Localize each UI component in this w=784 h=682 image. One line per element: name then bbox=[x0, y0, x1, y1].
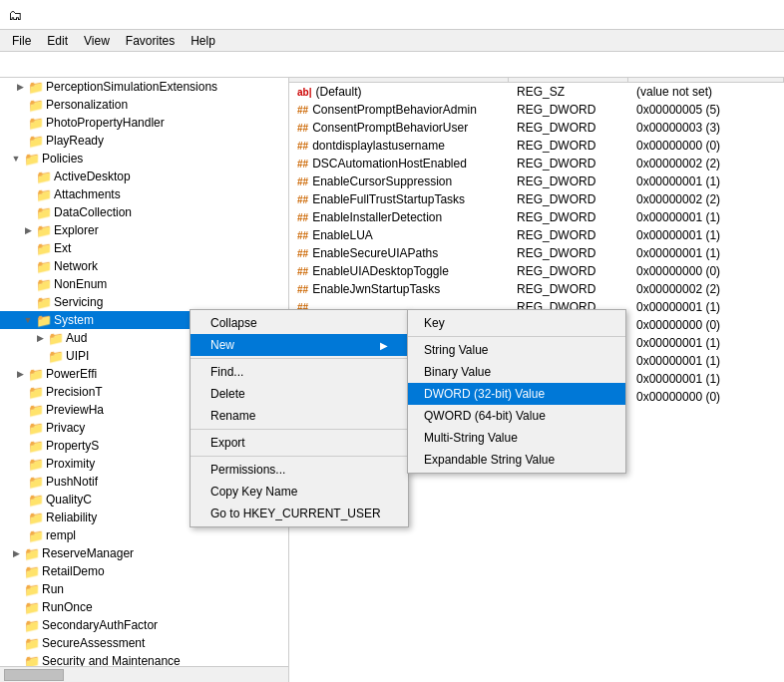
folder-icon: 📁 bbox=[28, 80, 44, 94]
sub-menu: KeyString ValueBinary ValueDWORD (32-bit… bbox=[407, 309, 626, 474]
tree-toggle[interactable]: ▶ bbox=[8, 548, 24, 558]
folder-icon: 📁 bbox=[28, 134, 44, 148]
sub-menu-item[interactable]: DWORD (32-bit) Value bbox=[408, 383, 625, 405]
context-menu-item[interactable]: Export bbox=[191, 432, 408, 454]
table-row[interactable]: ##EnableJwnStartupTasksREG_DWORD0x000000… bbox=[289, 280, 784, 298]
sub-menu-item[interactable]: Multi-String Value bbox=[408, 427, 625, 449]
tree-item[interactable]: 📁PhotoPropertyHandler bbox=[0, 114, 288, 132]
col-header-data[interactable] bbox=[628, 78, 784, 82]
registry-name: EnableUIADesktopToggle bbox=[312, 264, 449, 278]
tree-toggle[interactable]: ▶ bbox=[20, 225, 36, 235]
context-menu-item[interactable]: Copy Key Name bbox=[191, 481, 408, 503]
col-header-name[interactable] bbox=[289, 78, 509, 82]
tree-label: PowerEffi bbox=[46, 367, 97, 381]
menu-item-edit[interactable]: Edit bbox=[39, 32, 76, 50]
tree-item[interactable]: 📁DataCollection bbox=[0, 203, 288, 221]
menu-item-view[interactable]: View bbox=[76, 32, 118, 50]
folder-icon: 📁 bbox=[28, 511, 44, 524]
cell-data: 0x00000001 (1) bbox=[628, 372, 784, 386]
registry-name: ConsentPromptBehaviorUser bbox=[312, 121, 468, 135]
tree-label: PropertyS bbox=[46, 439, 99, 453]
menu-item-favorites[interactable]: Favorites bbox=[118, 32, 183, 50]
submenu-arrow-icon: ▶ bbox=[380, 340, 388, 351]
tree-item[interactable]: ▶📁ReserveManager bbox=[0, 544, 288, 562]
tree-label: Proximity bbox=[46, 457, 95, 471]
tree-toggle[interactable]: ▶ bbox=[12, 369, 28, 379]
cell-data: 0x00000002 (2) bbox=[628, 282, 784, 296]
cell-type: REG_SZ bbox=[509, 85, 628, 99]
cell-name: ##ConsentPromptBehaviorAdmin bbox=[289, 103, 509, 117]
cell-name: ##EnableLUA bbox=[289, 228, 509, 242]
sub-menu-item[interactable]: String Value bbox=[408, 339, 625, 361]
cell-name: ##EnableCursorSuppression bbox=[289, 174, 509, 188]
cell-type: REG_DWORD bbox=[509, 157, 628, 170]
table-row[interactable]: ##EnableSecureUIAPathsREG_DWORD0x0000000… bbox=[289, 244, 784, 262]
tree-toggle[interactable]: ▼ bbox=[8, 154, 24, 164]
sub-menu-item[interactable]: Binary Value bbox=[408, 361, 625, 383]
tree-item[interactable]: 📁Network bbox=[0, 257, 288, 275]
context-menu-item[interactable]: Rename bbox=[191, 405, 408, 427]
table-row[interactable]: ##EnableFullTrustStartupTasksREG_DWORD0x… bbox=[289, 190, 784, 208]
folder-icon: 📁 bbox=[28, 403, 44, 417]
cell-name: ##EnableFullTrustStartupTasks bbox=[289, 192, 509, 206]
tree-toggle[interactable]: ▼ bbox=[20, 315, 36, 325]
tree-item[interactable]: 📁NonEnum bbox=[0, 275, 288, 293]
tree-item[interactable]: 📁Personalization bbox=[0, 96, 288, 114]
tree-item[interactable]: 📁SecureAssessment bbox=[0, 634, 288, 652]
context-menu-item[interactable]: Find... bbox=[191, 361, 408, 383]
tree-label: Aud bbox=[66, 331, 87, 345]
context-menu-item[interactable]: Permissions... bbox=[191, 459, 408, 481]
tree-item[interactable]: 📁RetailDemo bbox=[0, 562, 288, 580]
close-button[interactable] bbox=[730, 0, 776, 30]
folder-icon: 📁 bbox=[36, 187, 52, 201]
cell-type: REG_DWORD bbox=[509, 210, 628, 224]
context-menu-item[interactable]: New▶ bbox=[191, 334, 408, 356]
sub-menu-item[interactable]: QWORD (64-bit) Value bbox=[408, 405, 625, 427]
cell-data: 0x00000001 (1) bbox=[628, 336, 784, 350]
tree-item[interactable]: ▼📁Policies bbox=[0, 150, 288, 168]
tree-item[interactable]: 📁Run bbox=[0, 580, 288, 598]
maximize-button[interactable] bbox=[684, 0, 730, 30]
horizontal-scrollbar[interactable] bbox=[0, 666, 288, 682]
folder-icon: 📁 bbox=[48, 349, 64, 363]
table-row[interactable]: ##EnableUIADesktopToggleREG_DWORD0x00000… bbox=[289, 262, 784, 280]
tree-item[interactable]: 📁Security and Maintenance bbox=[0, 652, 288, 666]
tree-item[interactable]: ▶📁PerceptionSimulationExtensions bbox=[0, 78, 288, 96]
tree-item[interactable]: 📁SecondaryAuthFactor bbox=[0, 616, 288, 634]
menu-item-file[interactable]: File bbox=[4, 32, 39, 50]
table-row[interactable]: ##ConsentPromptBehaviorAdminREG_DWORD0x0… bbox=[289, 101, 784, 119]
folder-icon: 📁 bbox=[24, 600, 40, 614]
sub-menu-item[interactable]: Key bbox=[408, 312, 625, 334]
table-row[interactable]: ab|(Default)REG_SZ(value not set) bbox=[289, 83, 784, 101]
cell-type: REG_DWORD bbox=[509, 103, 628, 117]
menu-item-label: Find... bbox=[210, 365, 243, 379]
tree-toggle[interactable]: ▶ bbox=[32, 333, 48, 343]
tree-item[interactable]: 📁rempl bbox=[0, 526, 288, 544]
tree-label: Security and Maintenance bbox=[42, 654, 181, 666]
tree-item[interactable]: ▶📁Explorer bbox=[0, 221, 288, 239]
sub-menu-item[interactable]: Expandable String Value bbox=[408, 449, 625, 471]
tree-item[interactable]: 📁Ext bbox=[0, 239, 288, 257]
table-row[interactable]: ##DSCAutomationHostEnabledREG_DWORD0x000… bbox=[289, 155, 784, 172]
table-row[interactable]: ##dontdisplaylastusernameREG_DWORD0x0000… bbox=[289, 137, 784, 155]
col-header-type[interactable] bbox=[509, 78, 628, 82]
menu-item-help[interactable]: Help bbox=[183, 32, 223, 50]
context-menu-item[interactable]: Go to HKEY_CURRENT_USER bbox=[191, 503, 408, 524]
cell-data: 0x00000001 (1) bbox=[628, 210, 784, 224]
menu-separator bbox=[191, 429, 408, 430]
table-row[interactable]: ##ConsentPromptBehaviorUserREG_DWORD0x00… bbox=[289, 119, 784, 137]
table-row[interactable]: ##EnableLUAREG_DWORD0x00000001 (1) bbox=[289, 226, 784, 244]
table-row[interactable]: ##EnableInstallerDetectionREG_DWORD0x000… bbox=[289, 208, 784, 226]
minimize-button[interactable] bbox=[638, 0, 684, 30]
tree-item[interactable]: 📁RunOnce bbox=[0, 598, 288, 616]
folder-icon: 📁 bbox=[24, 152, 40, 166]
tree-item[interactable]: 📁Attachments bbox=[0, 185, 288, 203]
table-row[interactable]: ##EnableCursorSuppressionREG_DWORD0x0000… bbox=[289, 172, 784, 190]
context-menu-item[interactable]: Delete bbox=[191, 383, 408, 405]
context-menu-item[interactable]: Collapse bbox=[191, 312, 408, 334]
tree-item[interactable]: 📁PlayReady bbox=[0, 132, 288, 150]
registry-name: EnableInstallerDetection bbox=[312, 210, 442, 224]
tree-item[interactable]: 📁ActiveDesktop bbox=[0, 168, 288, 185]
tree-toggle[interactable]: ▶ bbox=[12, 82, 28, 92]
cell-data: 0x00000002 (2) bbox=[628, 157, 784, 170]
